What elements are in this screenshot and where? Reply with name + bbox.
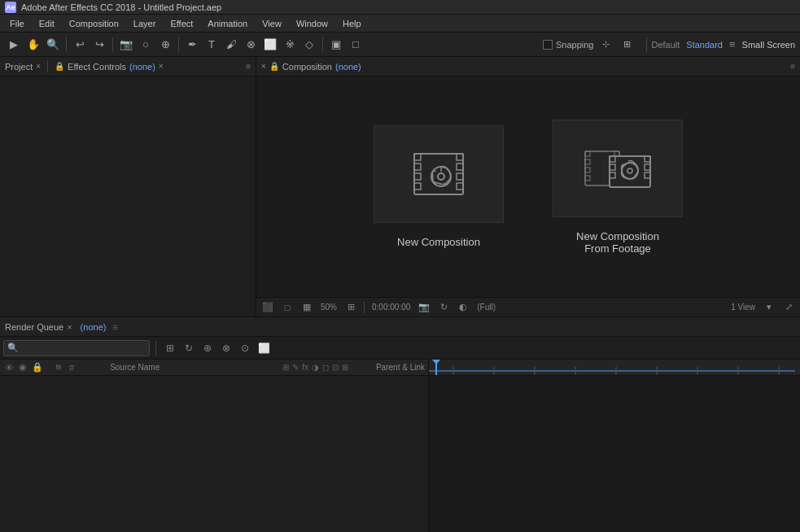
workspace-standard[interactable]: Standard <box>686 40 723 50</box>
comp-bar-btn-1[interactable]: ⬛ <box>260 300 276 315</box>
tool-text[interactable]: T <box>203 36 221 54</box>
menu-window[interactable]: Window <box>290 17 334 30</box>
workspace-default[interactable]: Default <box>651 40 680 50</box>
effect-controls-tab-close[interactable]: × <box>159 62 164 71</box>
title-bar: Ae Adobe After Effects CC 2018 - Untitle… <box>0 0 800 15</box>
comp-bar-quality[interactable]: (Full) <box>474 303 498 312</box>
new-composition-option[interactable]: New Composition <box>374 125 504 248</box>
snapping-extra-2[interactable]: ⊞ <box>618 36 636 54</box>
tool-pen[interactable]: ✒ <box>183 36 201 54</box>
comp-bar-btn-4[interactable]: ⊞ <box>343 300 359 315</box>
menu-bar: File Edit Composition Layer Effect Anima… <box>0 15 800 33</box>
tool-zoom[interactable]: 🔍 <box>44 36 62 54</box>
svg-point-10 <box>438 173 444 180</box>
menu-file[interactable]: File <box>3 17 31 30</box>
title-bar-text: Adobe After Effects CC 2018 - Untitled P… <box>21 2 221 12</box>
layer-header-icon-r6: ⊡ <box>332 363 339 372</box>
tool-undo[interactable]: ↪ <box>90 36 108 54</box>
workspace-menu-btn[interactable]: ≡ <box>729 38 736 50</box>
menu-composition[interactable]: Composition <box>63 17 125 30</box>
toolbar-sep-2 <box>112 37 113 52</box>
menu-layer[interactable]: Layer <box>127 17 163 30</box>
bottom-section: Render Queue × (none) ≡ 🔍 ⊞ ↻ ⊕ ⊗ ⊙ ⬜ <box>0 317 800 532</box>
timeline-tab-menu[interactable]: ≡ <box>112 322 117 332</box>
menu-effect[interactable]: Effect <box>164 17 199 30</box>
tool-rotate[interactable]: ↩ <box>71 36 89 54</box>
tool-hand[interactable]: ✋ <box>24 36 42 54</box>
comp-bar-views[interactable]: 1 View <box>728 303 758 312</box>
tl-btn-5[interactable]: ⊙ <box>237 340 253 356</box>
menu-help[interactable]: Help <box>336 17 368 30</box>
menu-view[interactable]: View <box>256 17 288 30</box>
layer-header-eye-icon: 👁 <box>3 363 15 373</box>
layer-header-solo-icon: ◉ <box>17 362 28 373</box>
comp-bar-color-icon[interactable]: ◐ <box>455 300 471 315</box>
tl-btn-4[interactable]: ⊗ <box>218 340 234 356</box>
new-composition-footage-option[interactable]: New Composition From Footage <box>553 120 683 255</box>
new-composition-footage-svg <box>581 140 654 197</box>
ae-icon: Ae <box>5 2 16 13</box>
left-panel-menu-btn[interactable]: ≡ <box>246 62 251 71</box>
comp-bar-camera-icon[interactable]: 📷 <box>416 300 432 315</box>
tl-btn-1[interactable]: ⊞ <box>162 340 178 356</box>
toolbar-sep-5 <box>646 37 647 52</box>
project-tab-close[interactable]: × <box>36 62 41 71</box>
layer-parent-link-header: Parent & Link <box>376 363 425 372</box>
tool-fill[interactable]: ▣ <box>327 36 345 54</box>
center-panel: × 🔒 Composition (none) ≡ <box>256 57 800 316</box>
comp-bar-timecode[interactable]: 0:00:00:00 <box>369 303 413 312</box>
timeline-toolbar: 🔍 ⊞ ↻ ⊕ ⊗ ⊙ ⬜ <box>0 337 800 360</box>
left-panel: Project × 🔒 Effect Controls (none) × ≡ <box>0 57 256 316</box>
menu-animation[interactable]: Animation <box>201 17 254 30</box>
comp-bar-btn-2[interactable]: □ <box>279 300 295 315</box>
svg-rect-6 <box>457 164 463 170</box>
layer-source-name-header: Source Name <box>110 363 281 372</box>
tl-btn-2[interactable]: ↻ <box>181 340 197 356</box>
main-layout: Project × 🔒 Effect Controls (none) × ≡ ×… <box>0 57 800 532</box>
workspace-small-screen[interactable]: Small Screen <box>742 40 795 50</box>
layer-header-icon-r4: ◑ <box>312 363 319 372</box>
comp-bar-views-more[interactable]: ▾ <box>761 300 777 315</box>
left-panel-content <box>0 76 256 316</box>
tool-camera[interactable]: 📷 <box>117 36 135 54</box>
time-ruler-svg <box>429 360 800 375</box>
comp-bar-cycle-icon[interactable]: ↻ <box>435 300 452 315</box>
tool-select[interactable]: ▶ <box>5 36 23 54</box>
tool-puppet[interactable]: ※ <box>281 36 299 54</box>
time-ruler[interactable] <box>429 360 800 376</box>
tool-orbit[interactable]: ○ <box>137 36 155 54</box>
snapping-label: Snapping <box>556 40 594 50</box>
tl-btn-3[interactable]: ⊕ <box>199 340 216 356</box>
tool-pan3d[interactable]: ⊕ <box>156 36 174 54</box>
layer-header-right: ⊞ ✎ fx ◑ ◻ ⊡ ⊞ Parent & Link <box>282 363 425 372</box>
effect-controls-tab-label[interactable]: Effect Controls <box>68 62 126 72</box>
tl-btn-6[interactable]: ⬜ <box>256 340 272 356</box>
search-bar[interactable]: 🔍 <box>3 340 150 356</box>
project-tab-label[interactable]: Project <box>5 62 33 72</box>
render-queue-tab-close[interactable]: × <box>67 322 72 332</box>
snapping-extra-1[interactable]: ⊹ <box>597 36 614 54</box>
top-section: Project × 🔒 Effect Controls (none) × ≡ ×… <box>0 57 800 317</box>
layer-list: 👁 ◉ 🔒 ◾ # Source Name ⊞ ✎ fx ◑ ◻ ⊡ ⊞ <box>0 360 429 532</box>
menu-edit[interactable]: Edit <box>33 17 61 30</box>
render-queue-tab-label[interactable]: Render Queue <box>5 322 63 332</box>
comp-bar-zoom[interactable]: 50% <box>318 303 339 312</box>
tl-toolbar-sep-1 <box>155 341 156 355</box>
svg-rect-16 <box>585 176 590 181</box>
tool-brush[interactable]: 🖌 <box>222 36 240 54</box>
svg-rect-8 <box>457 183 463 190</box>
comp-bar-btn-3[interactable]: ▦ <box>299 300 315 315</box>
search-input[interactable] <box>22 343 146 353</box>
search-icon: 🔍 <box>7 342 19 353</box>
tool-stroke[interactable]: □ <box>347 36 365 54</box>
comp-tab-close[interactable]: × <box>261 62 266 71</box>
comp-tab-label[interactable]: Composition <box>282 62 332 72</box>
tool-eraser[interactable]: ⬜ <box>261 36 279 54</box>
snapping-checkbox[interactable] <box>543 40 553 50</box>
layer-header-label-icon: ◾ <box>51 362 66 373</box>
comp-bar-expand[interactable]: ⤢ <box>780 300 797 315</box>
effect-controls-lock-icon: 🔒 <box>55 62 64 71</box>
comp-panel-menu-btn[interactable]: ≡ <box>790 62 795 71</box>
tool-shape[interactable]: ◇ <box>300 36 318 54</box>
tool-clone[interactable]: ⊗ <box>242 36 260 54</box>
